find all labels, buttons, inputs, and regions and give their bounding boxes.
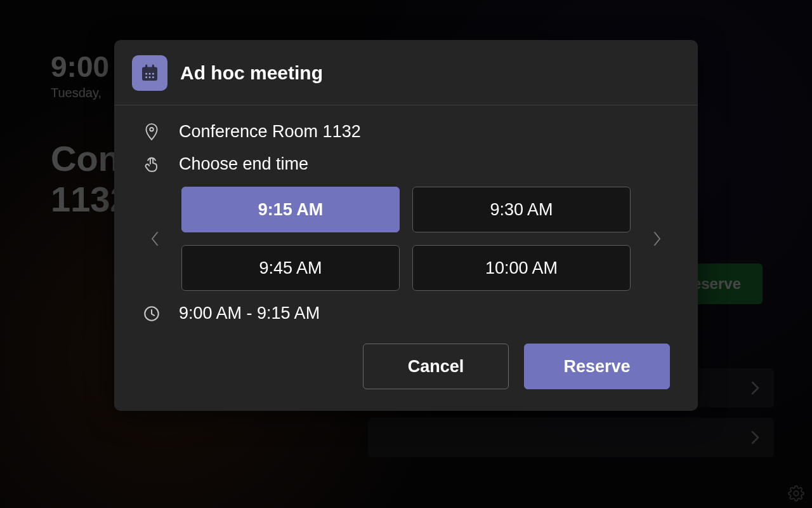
- svg-point-3: [149, 73, 151, 75]
- cancel-button[interactable]: Cancel: [363, 344, 509, 389]
- svg-point-4: [152, 73, 154, 75]
- dialog-title: Ad hoc meeting: [180, 62, 323, 84]
- svg-point-5: [145, 76, 147, 78]
- choose-end-label: Choose end time: [179, 154, 308, 174]
- room-row: Conference Room 1132: [142, 122, 670, 142]
- dialog-footer: Cancel Reserve: [114, 331, 698, 411]
- reserve-button[interactable]: Reserve: [524, 344, 670, 389]
- svg-point-6: [149, 76, 151, 78]
- chevron-right-icon: [652, 230, 662, 248]
- tap-icon: [142, 155, 161, 174]
- time-options-grid: 9:15 AM 9:30 AM 9:45 AM 10:00 AM: [175, 187, 637, 291]
- time-option-label: 9:30 AM: [490, 200, 553, 220]
- calendar-icon: [132, 55, 167, 91]
- clock-icon: [142, 305, 161, 323]
- time-picker: 9:15 AM 9:30 AM 9:45 AM 10:00 AM: [142, 187, 670, 291]
- svg-point-2: [145, 73, 147, 75]
- chevron-left-icon: [150, 230, 160, 248]
- time-option[interactable]: 9:45 AM: [181, 245, 400, 291]
- next-times-button[interactable]: [645, 207, 670, 271]
- choose-end-row: Choose end time: [142, 154, 670, 174]
- time-range-row: 9:00 AM - 9:15 AM: [142, 304, 670, 323]
- time-option-label: 9:45 AM: [259, 258, 322, 278]
- svg-point-8: [150, 127, 154, 131]
- time-option-label: 10:00 AM: [485, 258, 558, 278]
- adhoc-meeting-dialog: Ad hoc meeting Conference Room 1132 Choo…: [114, 40, 698, 411]
- location-icon: [142, 123, 161, 142]
- room-name-value: Conference Room 1132: [179, 122, 361, 142]
- svg-point-7: [152, 76, 154, 78]
- time-option[interactable]: 9:30 AM: [412, 187, 631, 232]
- time-option[interactable]: 10:00 AM: [412, 245, 631, 291]
- cancel-button-label: Cancel: [408, 357, 464, 377]
- prev-times-button[interactable]: [142, 207, 167, 271]
- dialog-header: Ad hoc meeting: [114, 40, 698, 105]
- reserve-button-label: Reserve: [563, 357, 630, 377]
- svg-rect-1: [142, 67, 157, 71]
- time-range-value: 9:00 AM - 9:15 AM: [179, 304, 320, 323]
- time-option-label: 9:15 AM: [258, 200, 324, 220]
- time-option[interactable]: 9:15 AM: [181, 187, 400, 232]
